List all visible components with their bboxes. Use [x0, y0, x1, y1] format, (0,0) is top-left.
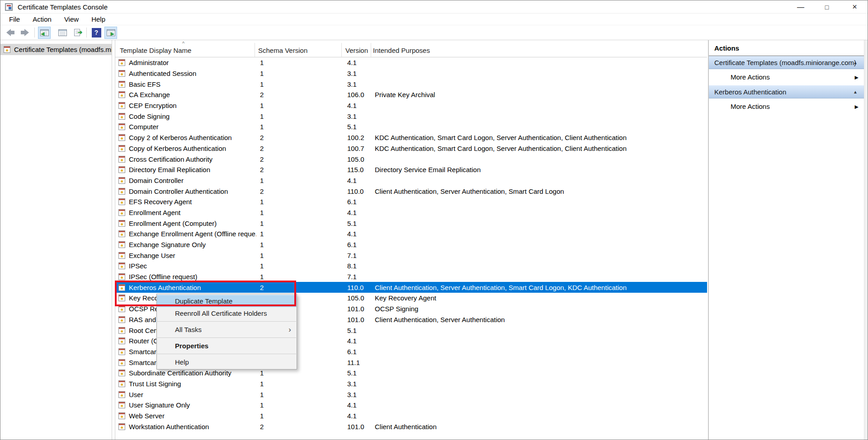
table-row[interactable]: Computer15.1 — [115, 122, 707, 132]
table-row[interactable]: Authenticated Session13.1 — [115, 68, 707, 79]
row-version: 11.1 — [345, 359, 373, 366]
collapse-icon[interactable]: ▲ — [853, 56, 858, 69]
table-row[interactable]: CA Exchange2106.0Private Key Archival — [115, 89, 707, 100]
certificate-template-icon — [118, 316, 125, 323]
table-row[interactable]: Code Signing13.1 — [115, 111, 707, 122]
row-template-name: Exchange Enrollment Agent (Offline reque… — [129, 230, 256, 238]
table-row[interactable]: User13.1 — [115, 389, 707, 400]
table-row[interactable]: Exchange Signature Only16.1 — [115, 239, 707, 250]
row-version: 5.1 — [345, 369, 373, 377]
window-title: Certificate Templates Console — [18, 3, 108, 11]
table-row[interactable]: Workstation Authentication2101.0Client A… — [115, 421, 707, 432]
actions-item-more-actions[interactable]: More Actions▶ — [709, 69, 868, 85]
close-button[interactable]: × — [841, 0, 868, 14]
table-row[interactable]: Enrollment Agent14.1 — [115, 207, 707, 218]
table-row[interactable]: Trust List Signing13.1 — [115, 379, 707, 389]
menu-view[interactable]: View — [58, 14, 85, 25]
table-row[interactable]: Basic EFS13.1 — [115, 79, 707, 89]
minimize-button[interactable]: — — [789, 0, 812, 14]
column-header-intended-purposes[interactable]: Intended Purposes — [373, 47, 430, 54]
collapse-icon[interactable]: ▲ — [853, 85, 858, 98]
row-version: 7.1 — [345, 273, 373, 281]
table-row[interactable]: Enrollment Agent (Computer)15.1 — [115, 218, 707, 229]
table-row[interactable]: CEP Encryption14.1 — [115, 100, 707, 111]
menu-item-all-tasks[interactable]: All Tasks› — [157, 323, 297, 336]
table-row[interactable]: User Signature Only14.1 — [115, 400, 707, 411]
export-list-icon[interactable]: ➜ — [71, 27, 83, 39]
table-row[interactable]: Cross Certification Authority2105.0 — [115, 154, 707, 164]
row-schema-version: 2 — [256, 166, 345, 173]
table-row[interactable]: IPSec18.1 — [115, 261, 707, 271]
menu-item-properties[interactable]: Properties — [157, 340, 297, 352]
row-version: 105.0 — [345, 155, 373, 163]
row-template-name: Cross Certification Authority — [129, 155, 256, 163]
actions-scrollbar[interactable] — [864, 40, 868, 440]
table-row[interactable]: Web Server14.1 — [115, 411, 707, 421]
maximize-button[interactable]: □ — [815, 0, 839, 14]
row-template-name: Copy of Kerberos Authentication — [129, 145, 256, 152]
menu-item-reenroll-all-certificate-holders[interactable]: Reenroll All Certificate Holders — [157, 307, 297, 319]
table-row[interactable]: Administrator14.1 — [115, 57, 707, 68]
certificate-template-icon — [118, 423, 125, 430]
menu-help[interactable]: Help — [85, 14, 112, 25]
console-tree-pane: Certificate Templates (moadfs.mi — [0, 40, 112, 440]
table-row[interactable]: Copy 2 of Kerberos Authentication2100.2K… — [115, 132, 707, 143]
row-version: 5.1 — [345, 123, 373, 131]
row-template-name: User Signature Only — [129, 401, 256, 409]
actions-item-more-actions[interactable]: More Actions▶ — [709, 98, 868, 115]
table-row[interactable]: IPSec (Offline request)17.1 — [115, 271, 707, 282]
table-row[interactable]: Domain Controller Authentication2110.0Cl… — [115, 186, 707, 197]
actions-section-header-kerberos-authentication[interactable]: Kerberos Authentication▲ — [709, 85, 868, 98]
properties-icon[interactable] — [56, 27, 69, 39]
table-row[interactable]: Exchange Enrollment Agent (Offline reque… — [115, 229, 707, 239]
menu-file[interactable]: File — [3, 14, 26, 25]
row-schema-version: 1 — [256, 59, 345, 66]
row-template-name: Computer — [129, 123, 256, 131]
row-version: 105.0 — [345, 294, 373, 302]
certificate-templates-console-window: Certificate Templates Console — □ × File… — [0, 0, 868, 440]
column-divider[interactable] — [371, 43, 371, 57]
row-version: 101.0 — [345, 316, 373, 323]
row-schema-version: 2 — [256, 134, 345, 141]
row-version: 100.2 — [345, 134, 373, 141]
table-row[interactable]: Directory Email Replication2115.0Directo… — [115, 164, 707, 175]
column-header-template-display-name[interactable]: Template Display Name — [120, 47, 191, 54]
table-row[interactable]: Exchange User17.1 — [115, 250, 707, 261]
table-row[interactable]: Copy of Kerberos Authentication2100.7KDC… — [115, 143, 707, 154]
row-schema-version: 1 — [256, 230, 345, 238]
column-divider[interactable] — [341, 43, 342, 57]
column-divider[interactable] — [255, 43, 255, 57]
back-icon[interactable] — [4, 27, 17, 39]
certificate-template-icon — [118, 145, 125, 152]
row-version: 101.0 — [345, 305, 373, 313]
certificate-template-icon — [118, 198, 125, 205]
title-bar: Certificate Templates Console — □ × — [0, 0, 868, 14]
forward-icon[interactable] — [19, 27, 31, 39]
menu-action[interactable]: Action — [26, 14, 58, 25]
certificate-template-icon — [118, 123, 125, 130]
certificate-template-icon — [118, 166, 125, 173]
show-hide-console-tree-icon[interactable]: ◀ — [38, 27, 51, 39]
help-icon[interactable]: ? — [90, 27, 103, 39]
row-version: 3.1 — [345, 80, 373, 88]
column-header-schema-version[interactable]: Schema Version — [258, 47, 307, 54]
menu-item-help[interactable]: Help — [157, 356, 297, 368]
certificate-template-icon — [118, 81, 125, 88]
menu-separator — [157, 321, 296, 322]
table-row[interactable]: Kerberos Authentication2110.0Client Auth… — [115, 282, 707, 293]
table-row[interactable]: EFS Recovery Agent16.1 — [115, 197, 707, 207]
column-header-version[interactable]: Version — [345, 47, 368, 54]
row-template-name: Domain Controller — [129, 177, 256, 184]
certificate-template-icon — [118, 370, 125, 376]
row-template-name: Enrollment Agent (Computer) — [129, 220, 256, 227]
row-version: 3.1 — [345, 112, 373, 120]
certificate-template-icon — [118, 241, 125, 248]
show-hide-action-pane-icon[interactable]: ▶ — [104, 27, 117, 39]
row-schema-version: 1 — [256, 241, 345, 248]
list-header: ^ Template Display Name Schema Version V… — [115, 40, 707, 57]
actions-section-header-certificate-templates-moadfs-miniorange-com[interactable]: Certificate Templates (moadfs.miniorange… — [709, 56, 868, 69]
table-row[interactable]: Domain Controller14.1 — [115, 175, 707, 186]
row-schema-version: 1 — [256, 252, 345, 259]
menu-item-duplicate-template[interactable]: Duplicate Template — [157, 295, 297, 307]
tree-item-certificate-templates[interactable]: Certificate Templates (moadfs.mi — [0, 44, 112, 55]
